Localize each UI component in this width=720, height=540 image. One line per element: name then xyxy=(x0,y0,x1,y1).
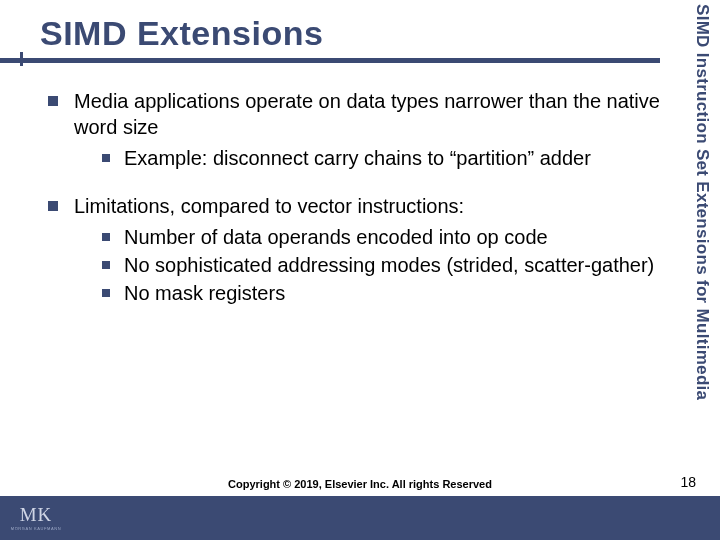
bullet-text-span: Media applications operate on data types… xyxy=(74,90,660,138)
bullet-level2: Example: disconnect carry chains to “par… xyxy=(102,145,678,171)
bullet-level2: No mask registers xyxy=(102,280,678,306)
copyright-text: Copyright © 2019, Elsevier Inc. All righ… xyxy=(0,478,720,490)
square-bullet-icon xyxy=(102,233,110,241)
bullet-level2: No sophisticated addressing modes (strid… xyxy=(102,252,678,278)
bullet-text: No sophisticated addressing modes (strid… xyxy=(124,252,678,278)
content-area: Media applications operate on data types… xyxy=(48,88,678,329)
title-region: SIMD Extensions xyxy=(0,0,720,53)
bullet-text: Limitations, compared to vector instruct… xyxy=(74,193,678,307)
logo-subtext: MORGAN KAUFMANN xyxy=(11,526,62,531)
square-bullet-icon xyxy=(48,201,58,211)
slide-title: SIMD Extensions xyxy=(40,14,720,53)
publisher-logo: MK MORGAN KAUFMANN xyxy=(8,498,64,538)
square-bullet-icon xyxy=(48,96,58,106)
square-bullet-icon xyxy=(102,289,110,297)
section-label: SIMD Instruction Set Extensions for Mult… xyxy=(688,4,712,434)
title-underline xyxy=(0,58,660,63)
bullet-level1: Limitations, compared to vector instruct… xyxy=(48,193,678,307)
logo-initials: MK xyxy=(20,505,53,524)
footer-bar: MK MORGAN KAUFMANN xyxy=(0,496,720,540)
square-bullet-icon xyxy=(102,261,110,269)
bullet-text-span: Limitations, compared to vector instruct… xyxy=(74,195,464,217)
square-bullet-icon xyxy=(102,154,110,162)
bullet-level2: Number of data operands encoded into op … xyxy=(102,224,678,250)
bullet-text: No mask registers xyxy=(124,280,678,306)
bullet-level1: Media applications operate on data types… xyxy=(48,88,678,171)
slide: SIMD Extensions SIMD Instruction Set Ext… xyxy=(0,0,720,540)
bullet-text: Media applications operate on data types… xyxy=(74,88,678,171)
bullet-text: Example: disconnect carry chains to “par… xyxy=(124,145,678,171)
page-number: 18 xyxy=(680,474,696,490)
bullet-text: Number of data operands encoded into op … xyxy=(124,224,678,250)
